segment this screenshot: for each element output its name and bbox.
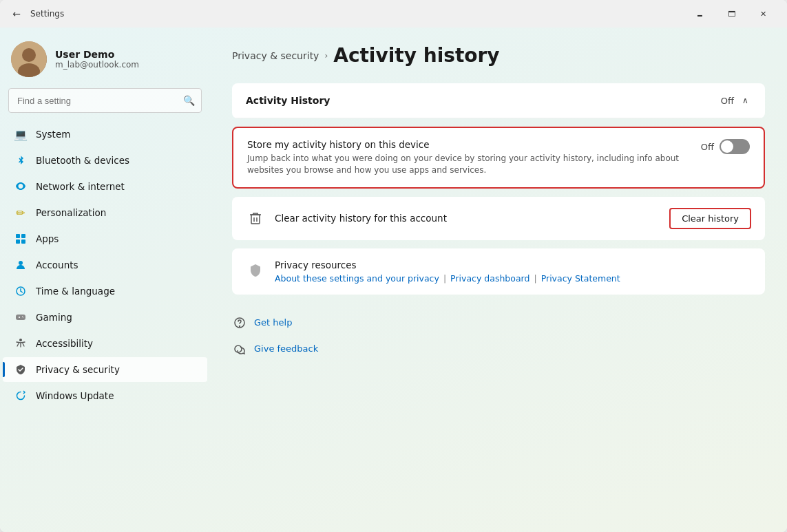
privacy-sep-2: | (534, 273, 536, 284)
svg-point-14 (235, 345, 242, 352)
svg-rect-11 (251, 215, 260, 224)
svg-point-1 (22, 48, 36, 62)
search-box: 🔍 (8, 88, 202, 113)
nav-item-personalization[interactable]: ✏️ Personalization (3, 200, 207, 225)
window-controls: 🗕 🗖 ✕ (684, 3, 779, 25)
privacy-link-settings[interactable]: About these settings and your privacy (275, 273, 439, 284)
avatar-image (11, 41, 47, 77)
privacy-resources-content: Privacy resources About these settings a… (275, 259, 620, 284)
close-button[interactable]: ✕ (747, 3, 779, 25)
svg-point-13 (240, 326, 240, 326)
help-section: Get help Give feedback (232, 311, 765, 361)
breadcrumb-parent[interactable]: Privacy & security (232, 50, 319, 61)
store-activity-row: Store my activity history on this device… (232, 127, 765, 189)
nav-item-gaming[interactable]: Gaming (3, 305, 207, 330)
get-help-icon (232, 315, 247, 330)
trash-icon (246, 209, 265, 228)
store-activity-toggle[interactable] (720, 139, 750, 154)
nav-label-windows-update: Windows Update (36, 390, 114, 401)
accessibility-icon (14, 337, 28, 350)
nav-label-network: Network & internet (36, 181, 125, 192)
clear-history-button[interactable]: Clear history (669, 208, 751, 229)
activity-history-title: Activity History (246, 95, 330, 106)
page-header: Privacy & security › Activity history (232, 44, 765, 67)
nav-item-privacy[interactable]: Privacy & security (3, 357, 207, 382)
breadcrumb-separator: › (324, 51, 328, 61)
nav-item-network[interactable]: Network & internet (3, 174, 207, 199)
get-help-link[interactable]: Get help (232, 311, 765, 334)
privacy-links: About these settings and your privacy | … (275, 273, 620, 284)
svg-rect-3 (16, 234, 20, 238)
breadcrumb: Privacy & security › Activity history (232, 44, 765, 67)
nav-item-apps[interactable]: Apps (3, 226, 207, 251)
svg-point-7 (19, 261, 23, 265)
store-activity-desc: Jump back into what you were doing on yo… (247, 153, 687, 176)
nav-item-accessibility[interactable]: Accessibility (3, 331, 207, 356)
nav-label-time: Time & language (36, 286, 115, 297)
maximize-button[interactable]: 🗖 (715, 3, 747, 25)
back-button[interactable]: ← (8, 6, 25, 22)
personalization-icon: ✏️ (14, 206, 28, 220)
card-header-right: Off ∧ (721, 94, 751, 107)
user-name: User Demo (55, 49, 139, 60)
get-help-label: Get help (254, 317, 292, 328)
accounts-icon (14, 258, 28, 272)
svg-rect-6 (21, 240, 25, 244)
svg-rect-4 (21, 234, 25, 238)
nav-label-accessibility: Accessibility (36, 338, 93, 349)
privacy-sep-1: | (443, 273, 446, 284)
nav-label-personalization: Personalization (36, 207, 106, 218)
give-feedback-link[interactable]: Give feedback (232, 337, 765, 361)
nav-label-apps: Apps (36, 233, 59, 244)
nav-label-bluetooth: Bluetooth & devices (36, 155, 129, 166)
svg-rect-5 (16, 240, 20, 244)
sidebar: User Demo m_lab@outlook.com 🔍 💻 System B… (0, 28, 210, 532)
svg-point-10 (19, 339, 22, 341)
user-email: m_lab@outlook.com (55, 60, 139, 70)
network-icon (14, 180, 28, 193)
nav-item-bluetooth[interactable]: Bluetooth & devices (3, 148, 207, 173)
clear-history-left: Clear activity history for this account (246, 209, 447, 228)
nav-item-windows-update[interactable]: Windows Update (3, 383, 207, 408)
gaming-icon (14, 310, 28, 324)
nav-label-privacy: Privacy & security (36, 364, 120, 375)
privacy-link-statement[interactable]: Privacy Statement (541, 273, 620, 284)
privacy-icon (14, 363, 28, 376)
privacy-resources-title: Privacy resources (275, 259, 620, 270)
apps-icon (14, 232, 28, 246)
nav-label-gaming: Gaming (36, 312, 72, 323)
store-activity-title: Store my activity history on this device (247, 139, 687, 150)
breadcrumb-current: Activity history (333, 44, 499, 67)
clear-history-text: Clear activity history for this account (275, 213, 447, 224)
activity-history-card-header: Activity History Off ∧ (232, 83, 765, 118)
bluetooth-icon (14, 153, 28, 167)
privacy-resources-row: Privacy resources About these settings a… (232, 248, 765, 295)
nav-item-system[interactable]: 💻 System (3, 122, 207, 147)
clear-history-row: Clear activity history for this account … (232, 197, 765, 240)
windows-update-icon (14, 389, 28, 403)
title-bar: ← Settings 🗕 🗖 ✕ (0, 0, 787, 28)
privacy-resources-shield-icon (246, 261, 265, 280)
avatar (11, 41, 47, 77)
settings-window: ← Settings 🗕 🗖 ✕ (0, 0, 787, 532)
give-feedback-icon (232, 341, 247, 357)
window-title: Settings (30, 9, 684, 19)
user-profile[interactable]: User Demo m_lab@outlook.com (0, 36, 210, 88)
give-feedback-label: Give feedback (254, 343, 318, 354)
toggle-row: Off (701, 139, 750, 154)
svg-rect-9 (16, 315, 25, 320)
activity-history-card: Activity History Off ∧ (232, 83, 765, 118)
time-icon (14, 284, 28, 298)
minimize-button[interactable]: 🗕 (684, 3, 715, 25)
nav-item-time[interactable]: Time & language (3, 279, 207, 304)
nav-item-accounts[interactable]: Accounts (3, 253, 207, 277)
user-info: User Demo m_lab@outlook.com (55, 49, 139, 70)
nav-label-accounts: Accounts (36, 259, 78, 270)
activity-history-chevron[interactable]: ∧ (739, 94, 751, 107)
search-input[interactable] (8, 88, 202, 113)
store-activity-text: Store my activity history on this device… (247, 139, 687, 176)
activity-history-status: Off (721, 96, 734, 106)
system-icon: 💻 (14, 127, 28, 141)
privacy-link-dashboard[interactable]: Privacy dashboard (450, 273, 529, 284)
main-layout: User Demo m_lab@outlook.com 🔍 💻 System B… (0, 28, 787, 532)
